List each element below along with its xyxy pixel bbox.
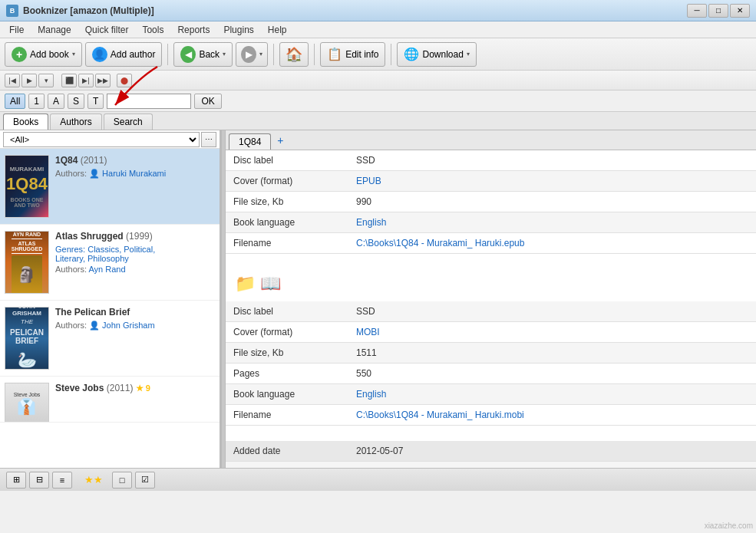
filter-t-button[interactable]: T <box>87 94 104 109</box>
filter-1-button[interactable]: 1 <box>28 94 45 109</box>
author-link-pelican[interactable]: John Grisham <box>102 321 154 330</box>
detail-label-lang1: Book language <box>226 212 348 232</box>
download-dropdown-arrow: ▾ <box>467 51 470 58</box>
player-play[interactable]: ▶ <box>21 74 37 87</box>
checkbox-button[interactable]: ☑ <box>135 472 155 489</box>
detail-value-size2: 1511 <box>348 343 756 363</box>
detail-row-lang1: Book language English <box>226 212 756 233</box>
book-item-jobs[interactable]: Steve Jobs 👔 Steve Jobs (2011) ★ 9 <box>0 377 220 423</box>
home-button[interactable]: 🏠 <box>279 42 309 67</box>
edit-info-button[interactable]: 📋 Edit info <box>320 42 385 67</box>
detail-row-changed: Changed date 2012-05-07 <box>226 462 756 468</box>
detail-row-size1: File size, Kb 990 <box>226 192 756 212</box>
player-next[interactable]: ▶| <box>78 74 94 87</box>
forward-button[interactable]: ▶ ▾ <box>236 42 268 67</box>
book-authors-pelican: Authors: 👤 John Grisham <box>55 321 215 331</box>
detail-value-pages: 550 <box>348 364 756 383</box>
player-stop[interactable]: ⬛ <box>61 74 77 87</box>
download-button[interactable]: 🌐 Download ▾ <box>397 42 476 67</box>
view-large-grid-button[interactable]: ⊟ <box>29 472 49 489</box>
book-info-1q84: 1Q84 (2011) Authors: 👤 Haruki Murakami <box>55 155 215 179</box>
folder-icon[interactable]: 📁 <box>235 274 256 294</box>
book-genres-atlas: Genres: Classics, Political, Literary, P… <box>55 245 215 263</box>
menu-manage[interactable]: Manage <box>31 23 77 37</box>
player-controls: |◀ ▶ ▾ ⬛ ▶| ▶▶ ⬤ <box>0 71 756 90</box>
back-icon: ◀ <box>180 47 196 62</box>
player-record[interactable]: ⬤ <box>117 74 132 87</box>
author-link-atlas[interactable]: Ayn Rand <box>88 265 125 274</box>
detail-value-size1: 990 <box>348 192 756 212</box>
tab-search[interactable]: Search <box>104 114 153 130</box>
player-skip-back[interactable]: |◀ <box>5 74 20 87</box>
menu-help[interactable]: Help <box>262 23 293 37</box>
minimize-button[interactable]: ─ <box>687 4 707 18</box>
tab-books[interactable]: Books <box>3 114 48 130</box>
maximize-button[interactable]: □ <box>708 4 728 18</box>
menu-tools[interactable]: Tools <box>136 23 170 37</box>
book-info-atlas: Atlas Shrugged (1999) Genres: Classics, … <box>55 231 215 274</box>
menu-plugins[interactable]: Plugins <box>217 23 259 37</box>
download-label: Download <box>422 49 463 60</box>
genre-dropdown[interactable]: <All> <box>3 132 200 147</box>
book-title-atlas: Atlas Shrugged (1999) <box>55 231 215 243</box>
menu-quickfilter[interactable]: Quick filter <box>79 23 135 37</box>
menu-file[interactable]: File <box>3 23 30 37</box>
view-small-grid-button[interactable]: ⊞ <box>6 472 26 489</box>
content-tabs: Books Authors Search <box>0 112 756 130</box>
section-gap-2 <box>226 426 756 441</box>
detail-value-filename1[interactable]: C:\Books\1Q84 - Murakami_ Haruki.epub <box>348 233 756 253</box>
filter-ok-button[interactable]: OK <box>194 94 221 109</box>
home-icon: 🏠 <box>285 45 303 64</box>
book-item-1q84[interactable]: MURAKAMI 1Q84 BOOKS ONEAND TWO 1Q84 (201… <box>0 149 220 225</box>
author-link-1q84[interactable]: Haruki Murakami <box>102 169 166 178</box>
genre-menu-button[interactable]: ⋯ <box>201 132 216 147</box>
detail-tab-1q84[interactable]: 1Q84 <box>229 133 271 150</box>
player-next2[interactable]: ▶▶ <box>95 74 111 87</box>
filter-search-input[interactable] <box>107 94 191 109</box>
filter-all-button[interactable]: All <box>5 94 25 109</box>
detail-value-lang2: English <box>348 384 756 404</box>
close-button[interactable]: ✕ <box>730 4 750 18</box>
add-author-icon: 👤 <box>92 47 107 62</box>
title-bar: B Booknizer [amazon (Multiple)] ─ □ ✕ <box>0 0 756 21</box>
add-book-button[interactable]: + Add book ▾ <box>5 42 82 67</box>
detail-row-cover2: Cover (format) MOBI <box>226 322 756 343</box>
book-info-pelican: The Pelican Brief Authors: 👤 John Grisha… <box>55 307 215 331</box>
add-book-label: Add book <box>30 49 69 60</box>
back-button[interactable]: ◀ Back ▾ <box>173 42 233 67</box>
main-content: <All> ⋯ MURAKAMI 1Q84 BOOKS ONEAND TWO <box>0 130 756 468</box>
book-item-pelican[interactable]: JOHNGRISHAM THE PELICANBRIEF 🦢 The Pelic… <box>0 301 220 377</box>
view-list-button[interactable]: ≡ <box>52 472 72 489</box>
left-panel: <All> ⋯ MURAKAMI 1Q84 BOOKS ONEAND TWO <box>0 130 221 468</box>
toolbar: + Add book ▾ 👤 Add author ◀ Back ▾ ▶ <box>0 38 756 71</box>
book-title-pelican: The Pelican Brief <box>55 307 215 319</box>
detail-value-disc1: SSD <box>348 150 756 170</box>
detail-label-size1: File size, Kb <box>226 192 348 212</box>
filter-s-button[interactable]: S <box>68 94 84 109</box>
add-tab-button[interactable]: + <box>272 133 288 148</box>
detail-value-cover2[interactable]: MOBI <box>348 322 756 342</box>
book-open-icon[interactable]: 📖 <box>260 274 281 294</box>
forward-dropdown-arrow: ▾ <box>259 51 262 58</box>
detail-label-size2: File size, Kb <box>226 343 348 363</box>
book-icons-row: 📁 📖 <box>226 266 756 301</box>
book-item-atlas[interactable]: AYN RAND ATLASSHRUGGED 🗿 Atlas Shrugged … <box>0 225 220 301</box>
detail-value-lang1: English <box>348 212 756 232</box>
player-play-dropdown[interactable]: ▾ <box>38 74 54 87</box>
toggle-button[interactable]: □ <box>112 472 132 489</box>
menu-reports[interactable]: Reports <box>171 23 216 37</box>
toolbar-separator-4 <box>391 44 391 65</box>
star-rating[interactable]: ★★ <box>84 474 103 485</box>
add-author-button[interactable]: 👤 Add author <box>85 42 163 67</box>
detail-value-cover1[interactable]: EPUB <box>348 171 756 191</box>
back-label: Back <box>199 49 220 60</box>
toolbar-separator-2 <box>273 44 274 65</box>
genre-filter-row: <All> ⋯ <box>0 130 220 149</box>
tab-authors[interactable]: Authors <box>50 114 101 130</box>
detail-label-disc2: Disc label <box>226 301 348 321</box>
detail-row-filename1: Filename C:\Books\1Q84 - Murakami_ Haruk… <box>226 233 756 254</box>
detail-label-disc1: Disc label <box>226 150 348 170</box>
detail-value-filename2[interactable]: C:\Books\1Q84 - Murakami_ Haruki.mobi <box>348 405 756 425</box>
detail-row-added: Added date 2012-05-07 <box>226 441 756 462</box>
filter-a-button[interactable]: A <box>48 94 64 109</box>
